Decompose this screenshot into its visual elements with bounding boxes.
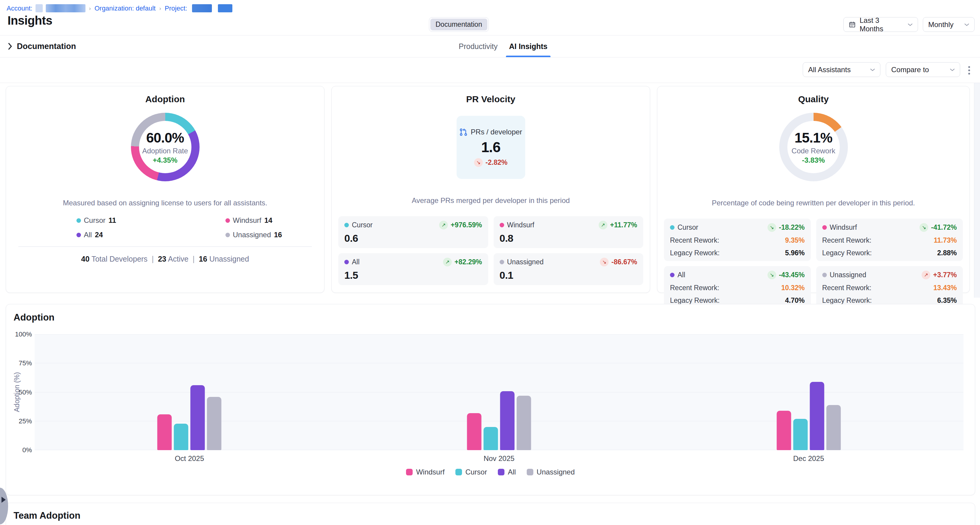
bar-cursor: [793, 419, 808, 450]
pr-metric-delta: -2.82%: [485, 159, 508, 167]
tile-assistant: Windsurf: [500, 221, 535, 229]
tile-assistant: Cursor: [670, 224, 698, 232]
pr-tile-windsurf: Windsurf↗+11.77%0.8: [493, 216, 643, 248]
bar-cursor: [174, 423, 188, 450]
breadcrumb-organization-link[interactable]: Organization: default: [94, 5, 156, 12]
breadcrumb-account-link[interactable]: Account:: [6, 5, 32, 12]
team-adoption-card: Team Adoption: [6, 503, 975, 525]
scrollbar-track[interactable]: [974, 83, 980, 298]
tab-ai-insights[interactable]: AI Insights: [509, 35, 547, 57]
trend-delta: -41.72%: [931, 224, 957, 232]
bar-chart-plot-area: [35, 335, 963, 450]
pr-tile-unassigned: Unassigned↘-86.67%0.1: [493, 253, 643, 285]
documentation-segment-button[interactable]: Documentation: [429, 17, 489, 32]
quality-card-title: Quality: [798, 94, 829, 104]
breadcrumb: Account: › Organization: default › Proje…: [6, 4, 232, 12]
trend-badge: ↗+3.77%: [922, 271, 957, 279]
tile-value: 1.5: [344, 270, 482, 281]
trend-badge: ↘-43.45%: [767, 271, 805, 279]
recent-rework-row: Recent Rework:9.35%: [670, 236, 805, 244]
tab-bar: Productivity AI Insights: [459, 35, 547, 57]
recent-rework-row: Recent Rework:13.43%: [822, 284, 957, 292]
bar-windsurf: [158, 414, 172, 450]
redacted-account-name: [46, 4, 86, 12]
chart-legend-item: All: [498, 468, 516, 476]
legacy-rework-label: Legacy Rework:: [670, 297, 720, 305]
y-tick-label: 25%: [8, 417, 32, 425]
recent-rework-label: Recent Rework:: [822, 236, 872, 244]
trend-badge: ↗+976.59%: [439, 221, 482, 229]
x-axis-label: Oct 2025: [175, 454, 204, 463]
documentation-segment-label: Documentation: [430, 19, 487, 30]
legacy-rework-value: 5.96%: [785, 249, 805, 257]
adoption-chart-card: Adoption Adoption (%) 0%25%50%75%100% Oc…: [6, 304, 975, 495]
assistants-select[interactable]: All Assistants: [803, 62, 880, 77]
bar-all: [810, 382, 824, 450]
legend-dot: [76, 218, 81, 223]
legacy-rework-value: 2.88%: [937, 249, 957, 257]
chevron-down-icon: [964, 23, 969, 26]
adoption-legend-item: Cursor11: [16, 216, 165, 225]
trend-down-icon: ↘: [600, 258, 609, 266]
expand-arrow-icon: [2, 497, 6, 503]
trend-badge: ↗+82.29%: [443, 258, 482, 266]
assistants-value: All Assistants: [808, 65, 866, 74]
bar-group-oct-2025: [158, 385, 221, 450]
date-range-select[interactable]: Last 3 Months: [843, 17, 918, 32]
trend-up-icon: ↗: [922, 271, 930, 279]
adoption-donut-center: 60.0% Adoption Rate +4.35%: [131, 113, 200, 181]
chart-legend-item: Unassigned: [527, 468, 575, 476]
quality-caption: Percentage of code being rewritten per d…: [703, 199, 924, 207]
recent-rework-label: Recent Rework:: [822, 284, 872, 292]
pr-metric-label: PRs / developer: [471, 128, 522, 136]
legend-count: 16: [274, 231, 282, 239]
granularity-select[interactable]: Monthly: [923, 17, 975, 32]
legend-series-name: Windsurf: [416, 468, 445, 476]
x-axis-label: Dec 2025: [793, 454, 824, 463]
trend-down-icon: ↘: [920, 223, 928, 232]
footer-stat-label: Active: [168, 255, 188, 263]
section-toggle-documentation[interactable]: Documentation: [8, 35, 76, 57]
adoption-donut-chart: 60.0% Adoption Rate +4.35%: [131, 113, 200, 181]
legend-label: Windsurf: [233, 216, 262, 225]
legend-swatch: [527, 469, 533, 475]
kebab-menu-icon[interactable]: [963, 63, 975, 77]
legend-dot: [76, 233, 81, 237]
quality-card: Quality 15.1% Code Rework -3.83% Percent…: [657, 86, 970, 293]
granularity-value: Monthly: [928, 21, 961, 29]
trend-delta: -18.22%: [779, 224, 805, 232]
quality-tile-cursor: Cursor↘-18.22%Recent Rework:9.35%Legacy …: [664, 219, 811, 261]
redacted-project-block: [218, 4, 232, 12]
quality-tile-unassigned: Unassigned↗+3.77%Recent Rework:13.43%Leg…: [816, 266, 963, 309]
code-rework-delta: -3.83%: [802, 156, 825, 165]
legacy-rework-value: 6.35%: [937, 297, 957, 305]
tile-header: Cursor↘-18.22%: [670, 223, 805, 232]
tile-assistant: All: [344, 258, 360, 266]
x-axis-label: Nov 2025: [484, 454, 515, 463]
filter-controls: All Assistants Compare to: [803, 62, 960, 77]
bar-all: [500, 391, 515, 450]
legacy-rework-label: Legacy Rework:: [822, 297, 872, 305]
assistant-dot: [344, 260, 349, 264]
chevron-down-icon: [870, 68, 875, 71]
chevron-right-icon: [8, 43, 12, 50]
bar-cursor: [484, 427, 498, 450]
breadcrumb-project-link[interactable]: Project:: [165, 5, 187, 12]
trend-delta: +976.59%: [450, 221, 482, 229]
trend-down-icon: ↘: [767, 271, 776, 279]
quality-gauge-center: 15.1% Code Rework -3.83%: [779, 113, 848, 181]
assistant-name: Cursor: [678, 224, 698, 232]
chart-legend-item: Windsurf: [406, 468, 445, 476]
compare-to-select[interactable]: Compare to: [886, 62, 960, 77]
adoption-card: Adoption 60.0% Adoption Rate +4.35% Meas…: [6, 86, 325, 293]
adoption-legend-item: Windsurf14: [165, 216, 314, 225]
assistant-name: Cursor: [352, 221, 372, 229]
bar-unassigned: [207, 397, 221, 450]
code-rework-value: 15.1%: [795, 130, 832, 146]
recent-rework-row: Recent Rework:10.32%: [670, 284, 805, 292]
legend-count: 11: [109, 216, 116, 225]
tile-header: Cursor↗+976.59%: [344, 221, 482, 229]
tab-productivity[interactable]: Productivity: [459, 35, 498, 57]
bar-windsurf: [467, 413, 482, 450]
chart-legend-item: Cursor: [455, 468, 487, 476]
